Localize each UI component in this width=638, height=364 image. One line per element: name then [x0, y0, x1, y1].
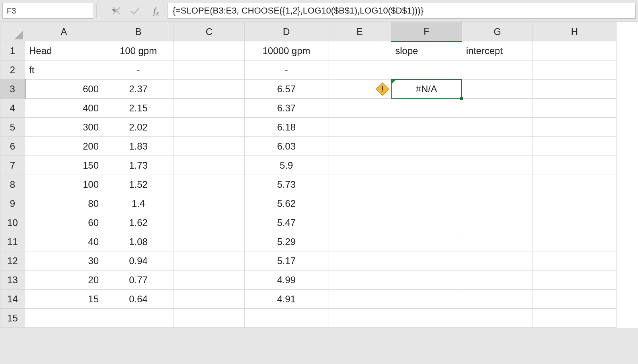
cell-D9[interactable]: 5.62	[245, 194, 328, 213]
cell-B10[interactable]: 1.62	[103, 213, 174, 232]
cell-D13[interactable]: 4.99	[245, 271, 328, 290]
cell-C6[interactable]	[174, 137, 245, 156]
cell-B6[interactable]: 1.83	[103, 137, 174, 156]
cell-F6[interactable]	[391, 137, 462, 156]
cell-F12[interactable]	[391, 251, 462, 271]
cell-D11[interactable]: 5.29	[245, 232, 328, 251]
cell-C11[interactable]	[174, 232, 245, 251]
cell-A4[interactable]: 400	[25, 99, 103, 118]
cell-A1[interactable]: Head	[25, 41, 103, 60]
cell-H6[interactable]	[533, 137, 617, 156]
cell-C15[interactable]	[174, 309, 245, 328]
cell-E6[interactable]	[328, 137, 391, 156]
cell-F8[interactable]	[391, 175, 462, 194]
row-head-14[interactable]: 14	[0, 290, 25, 309]
row-head-6[interactable]: 6	[0, 137, 25, 156]
cell-D4[interactable]: 6.37	[245, 99, 328, 118]
cell-E9[interactable]	[328, 194, 391, 213]
row-head-15[interactable]: 15	[0, 309, 25, 328]
cell-H1[interactable]	[533, 41, 617, 60]
cell-G14[interactable]	[462, 290, 533, 309]
cell-D14[interactable]: 4.91	[245, 290, 328, 309]
cell-B14[interactable]: 0.64	[103, 290, 174, 309]
cell-D6[interactable]: 6.03	[245, 137, 328, 156]
cell-B13[interactable]: 0.77	[103, 271, 174, 290]
row-head-1[interactable]: 1	[0, 41, 25, 60]
cell-G2[interactable]	[462, 60, 533, 80]
cell-E13[interactable]	[328, 271, 391, 290]
row-head-8[interactable]: 8	[0, 175, 25, 194]
cell-E15[interactable]	[328, 309, 391, 328]
cell-F14[interactable]	[391, 290, 462, 309]
cell-A10[interactable]: 60	[25, 213, 103, 232]
cell-D8[interactable]: 5.73	[245, 175, 328, 194]
select-all-corner[interactable]	[0, 22, 25, 41]
cell-F3[interactable]: #N/A	[391, 80, 462, 99]
cell-D7[interactable]: 5.9	[245, 156, 328, 175]
cell-B12[interactable]: 0.94	[103, 251, 174, 271]
cell-D1[interactable]: 10000 gpm	[245, 41, 328, 60]
cell-F4[interactable]	[391, 99, 462, 118]
col-head-C[interactable]: C	[174, 22, 245, 41]
cell-F2[interactable]	[391, 60, 462, 80]
cell-E12[interactable]	[328, 251, 391, 271]
cell-C5[interactable]	[174, 118, 245, 137]
cell-C4[interactable]	[174, 99, 245, 118]
cell-A3[interactable]: 600	[25, 80, 103, 99]
cell-G3[interactable]	[462, 80, 533, 99]
fx-icon[interactable]: fx	[153, 6, 159, 16]
cell-E11[interactable]	[328, 232, 391, 251]
cell-B9[interactable]: 1.4	[103, 194, 174, 213]
cell-H3[interactable]	[533, 80, 617, 99]
cell-G8[interactable]	[462, 175, 533, 194]
cell-C12[interactable]	[174, 251, 245, 271]
cell-H4[interactable]	[533, 99, 617, 118]
col-head-D[interactable]: D	[245, 22, 328, 41]
cell-A15[interactable]	[25, 309, 103, 328]
cell-D5[interactable]: 6.18	[245, 118, 328, 137]
cell-H5[interactable]	[533, 118, 617, 137]
cell-F5[interactable]	[391, 118, 462, 137]
cell-D2[interactable]: -	[245, 60, 328, 80]
cell-G6[interactable]	[462, 137, 533, 156]
cell-B1[interactable]: 100 gpm	[103, 41, 174, 60]
cell-G5[interactable]	[462, 118, 533, 137]
cell-E7[interactable]	[328, 156, 391, 175]
row-head-4[interactable]: 4	[0, 99, 25, 118]
cell-H7[interactable]	[533, 156, 617, 175]
cell-H14[interactable]	[533, 290, 617, 309]
cell-H15[interactable]	[533, 309, 617, 328]
cell-A13[interactable]: 20	[25, 271, 103, 290]
cell-E2[interactable]	[328, 60, 391, 80]
cell-E14[interactable]	[328, 290, 391, 309]
cell-E5[interactable]	[328, 118, 391, 137]
cell-D3[interactable]: 6.57	[245, 80, 328, 99]
cell-G9[interactable]	[462, 194, 533, 213]
cell-E8[interactable]	[328, 175, 391, 194]
cell-C9[interactable]	[174, 194, 245, 213]
row-head-3[interactable]: 3	[0, 80, 25, 99]
cell-H2[interactable]	[533, 60, 617, 80]
cell-C1[interactable]	[174, 41, 245, 60]
cell-F10[interactable]	[391, 213, 462, 232]
cell-D12[interactable]: 5.17	[245, 251, 328, 271]
row-head-5[interactable]: 5	[0, 118, 25, 137]
cell-F7[interactable]	[391, 156, 462, 175]
row-head-10[interactable]: 10	[0, 213, 25, 232]
cell-F13[interactable]	[391, 271, 462, 290]
cell-H12[interactable]	[533, 251, 617, 271]
error-smart-tag-icon[interactable]: !	[377, 83, 388, 95]
cell-H10[interactable]	[533, 213, 617, 232]
cell-B8[interactable]: 1.52	[103, 175, 174, 194]
cell-F11[interactable]	[391, 232, 462, 251]
cell-E1[interactable]	[328, 41, 391, 60]
cell-D15[interactable]	[245, 309, 328, 328]
row-head-13[interactable]: 13	[0, 271, 25, 290]
cell-H9[interactable]	[533, 194, 617, 213]
cell-B4[interactable]: 2.15	[103, 99, 174, 118]
name-box-container[interactable]	[2, 3, 93, 19]
row-head-11[interactable]: 11	[0, 232, 25, 251]
cell-B15[interactable]	[103, 309, 174, 328]
spreadsheet-grid[interactable]: A B C D E F G H 1Head100 gpm10000 gpmslo…	[0, 21, 638, 328]
cell-A2[interactable]: ft	[25, 60, 103, 80]
